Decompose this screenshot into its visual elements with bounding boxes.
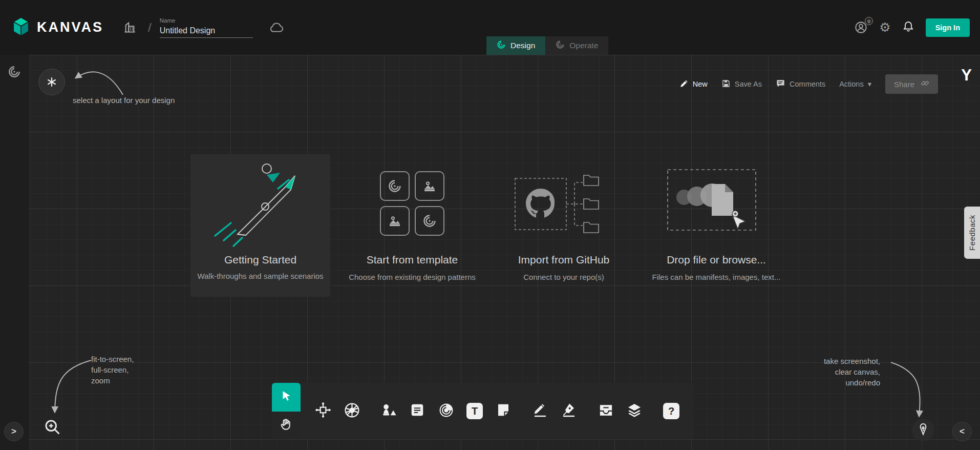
share-button[interactable]: Share (885, 74, 938, 94)
note-tool-button[interactable] (489, 383, 518, 439)
card-subtitle: Choose from existing design patterns (349, 273, 476, 281)
layer5-logo[interactable]: Y (961, 66, 972, 85)
template-tile-spiral-icon (380, 171, 410, 201)
operate-tab-icon (556, 40, 565, 51)
components-tool-button[interactable] (309, 383, 337, 439)
zoom-icon (43, 429, 61, 438)
card-subtitle: Files can be manifests, images, text... (652, 273, 781, 281)
save-as-label: Save As (735, 80, 762, 88)
text-tool-button[interactable]: T (460, 383, 489, 439)
design-name-input[interactable] (160, 25, 253, 38)
zoom-control-button[interactable] (43, 418, 61, 438)
actions-dropdown[interactable]: Actions ▾ (839, 80, 871, 88)
notification-count-badge: 0 (865, 17, 873, 25)
layout-selector-button[interactable] (38, 69, 65, 95)
kanvas-logo-icon (10, 16, 32, 39)
annotate-pencil-button[interactable] (526, 383, 555, 439)
save-as-button[interactable]: Save As (721, 79, 762, 90)
help-button[interactable]: ? (657, 383, 686, 439)
card-title: Import from GitHub (518, 254, 610, 266)
drop-file-icon (712, 184, 745, 229)
card-title: Start from template (367, 254, 458, 266)
left-rail: > (0, 55, 29, 450)
drawer-button[interactable] (591, 383, 620, 439)
expand-panel-button[interactable]: > (4, 422, 24, 441)
sign-in-button[interactable]: Sign In (926, 18, 970, 37)
new-design-button[interactable]: New (679, 79, 708, 90)
annotate-pen-icon (561, 402, 577, 420)
share-link-icon (921, 79, 929, 89)
comment-tool-button[interactable] (403, 383, 432, 439)
settings-gear-icon[interactable]: ⚙ (879, 21, 890, 34)
collapse-panel-button[interactable]: < (952, 422, 972, 441)
design-canvas[interactable]: > select a layout for your design New Sa… (0, 55, 980, 450)
mode-tabs: Design Operate (486, 36, 608, 55)
share-label: Share (894, 80, 914, 89)
notifications-bell-icon[interactable] (902, 21, 914, 35)
header-actions: 0 ⚙ Sign In (854, 18, 970, 37)
github-import-graphic (500, 154, 628, 253)
organization-icon[interactable] (123, 21, 137, 34)
kubernetes-tool-button[interactable] (337, 383, 366, 439)
app-header: KANVAS / Name Design (0, 0, 980, 55)
shapes-tool-button[interactable] (374, 383, 403, 439)
tab-design[interactable]: Design (486, 36, 545, 55)
card-start-from-template[interactable]: Start from template Choose from existing… (328, 154, 497, 281)
cloud-sync-icon[interactable] (268, 22, 285, 33)
cursor-tool-button[interactable] (272, 383, 301, 412)
canvas-toolbar: New Save As Comments Actions ▾ Share (679, 74, 938, 94)
kanvas-logo[interactable]: KANVAS (10, 16, 103, 39)
operate-tab-label: Operate (569, 41, 598, 50)
design-tab-icon (497, 40, 506, 51)
tab-operate[interactable]: Operate (545, 36, 608, 55)
text-tool-icon: T (466, 403, 483, 419)
components-icon (315, 402, 331, 420)
pen-tool-icon (916, 422, 930, 438)
drop-file-graphic (657, 154, 775, 253)
tool-dock: T (272, 383, 694, 439)
layers-button[interactable] (620, 383, 649, 439)
card-subtitle: Connect to your repo(s) (523, 273, 604, 281)
template-tile-spiral-icon (415, 206, 444, 236)
meshery-spiral-icon (8, 65, 21, 80)
new-pencil-icon (679, 79, 689, 90)
template-tile-image-icon (415, 171, 444, 201)
meshery-tool-icon (438, 402, 454, 420)
breadcrumb-separator: / (148, 21, 152, 35)
hand-tool-button[interactable] (272, 412, 301, 439)
template-tile-image-icon (380, 206, 410, 236)
new-label: New (693, 80, 708, 88)
card-title: Drop file or browse... (667, 254, 766, 266)
card-import-from-github[interactable]: Import from GitHub Connect to your repo(… (479, 154, 648, 281)
comments-label: Comments (790, 80, 825, 88)
annotate-pen-button[interactable] (555, 383, 583, 439)
kubernetes-icon (344, 402, 360, 421)
comment-tool-icon (410, 402, 425, 420)
card-getting-started[interactable]: Getting Started Walk-throughs and sample… (190, 154, 330, 297)
card-subtitle: Walk-throughs and sample scenarios (193, 272, 327, 280)
layout-hint-text: select a layout for your design (73, 95, 175, 106)
design-name-field: Name (160, 17, 253, 38)
note-tool-icon (496, 402, 511, 420)
card-drop-file[interactable]: Drop file or browse... Files can be mani… (632, 154, 801, 281)
screenshot-pen-button[interactable] (912, 419, 934, 441)
drawer-icon (598, 402, 614, 420)
github-octocat-icon (526, 189, 555, 218)
getting-started-rocket-doodle (201, 158, 320, 254)
hand-tool-icon (280, 418, 293, 433)
layers-icon (626, 402, 643, 420)
help-icon: ? (663, 403, 679, 419)
card-title: Getting Started (224, 254, 296, 266)
save-as-icon (721, 79, 731, 90)
caret-down-icon: ▾ (868, 80, 871, 88)
meshery-tool-button[interactable] (432, 383, 460, 439)
comments-button[interactable]: Comments (776, 78, 825, 90)
design-tab-label: Design (510, 41, 535, 50)
annotate-pencil-icon (532, 402, 548, 420)
comments-icon (776, 78, 785, 90)
cursor-tool-icon (280, 390, 293, 405)
actions-label: Actions (839, 80, 864, 88)
profile-icon[interactable]: 0 (854, 21, 868, 34)
feedback-tab[interactable]: Feedback (964, 207, 980, 259)
folder-icon (584, 175, 599, 233)
